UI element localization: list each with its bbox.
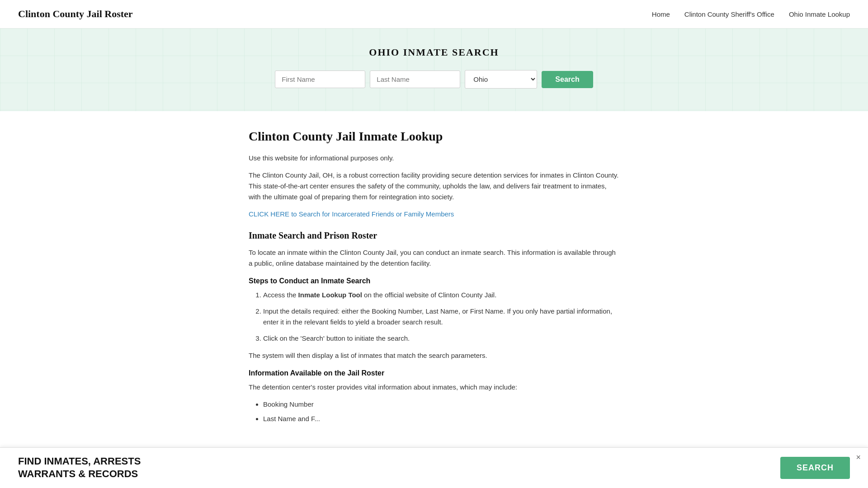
main-content: Clinton County Jail Inmate Lookup Use th… bbox=[231, 129, 637, 467]
main-nav: Home Clinton County Sheriff's Office Ohi… bbox=[652, 10, 850, 18]
disclaimer-text: Use this website for informational purpo… bbox=[249, 153, 619, 164]
site-title: Clinton County Jail Roster bbox=[18, 8, 133, 20]
page-heading: Clinton County Jail Inmate Lookup bbox=[249, 129, 619, 144]
step-2: Input the details required: either the B… bbox=[263, 306, 619, 328]
banner-search-button[interactable]: SEARCH bbox=[780, 457, 850, 479]
nav-home[interactable]: Home bbox=[652, 10, 670, 18]
results-text: The system will then display a list of i… bbox=[249, 350, 619, 361]
info-item-1: Booking Number bbox=[263, 399, 619, 410]
info-heading: Information Available on the Jail Roster bbox=[249, 369, 619, 377]
site-header: Clinton County Jail Roster Home Clinton … bbox=[0, 0, 868, 28]
nav-sheriffs-office[interactable]: Clinton County Sheriff's Office bbox=[684, 10, 774, 18]
hero-section: OHIO INMATE SEARCH Ohio Search bbox=[0, 28, 868, 111]
banner-line2: WARRANTS & RECORDS bbox=[18, 468, 141, 481]
last-name-input[interactable] bbox=[370, 70, 460, 88]
search-link[interactable]: CLICK HERE to Search for Incarcerated Fr… bbox=[249, 210, 454, 218]
bottom-banner: FIND INMATES, ARRESTS WARRANTS & RECORDS… bbox=[0, 447, 868, 485]
step-3: Click on the 'Search' button to initiate… bbox=[263, 333, 619, 344]
steps-list: Access the Inmate Lookup Tool on the off… bbox=[263, 290, 619, 344]
banner-line1: FIND INMATES, ARRESTS bbox=[18, 455, 141, 468]
section1-heading: Inmate Search and Prison Roster bbox=[249, 230, 619, 241]
step-1-bold: Inmate Lookup Tool bbox=[298, 291, 362, 299]
info-body: The detention center's roster provides v… bbox=[249, 382, 619, 393]
first-name-input[interactable] bbox=[275, 70, 365, 88]
steps-heading: Steps to Conduct an Inmate Search bbox=[249, 277, 619, 285]
hero-title: OHIO INMATE SEARCH bbox=[9, 47, 859, 58]
state-select[interactable]: Ohio bbox=[465, 70, 537, 89]
close-banner-button[interactable]: × bbox=[856, 453, 861, 461]
step-1: Access the Inmate Lookup Tool on the off… bbox=[263, 290, 619, 300]
inmate-search-bar: Ohio Search bbox=[9, 70, 859, 89]
banner-text: FIND INMATES, ARRESTS WARRANTS & RECORDS bbox=[18, 455, 141, 481]
search-button[interactable]: Search bbox=[542, 71, 593, 88]
info-list: Booking Number Last Name and F... bbox=[263, 399, 619, 424]
description-text: The Clinton County Jail, OH, is a robust… bbox=[249, 170, 619, 202]
nav-inmate-lookup[interactable]: Ohio Inmate Lookup bbox=[789, 10, 850, 18]
info-item-2: Last Name and F... bbox=[263, 413, 619, 424]
section1-body: To locate an inmate within the Clinton C… bbox=[249, 247, 619, 269]
